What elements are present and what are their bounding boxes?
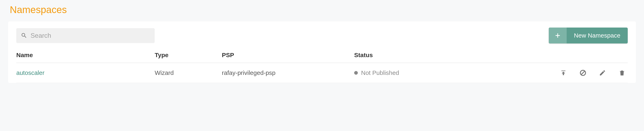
- status-badge: Not Published: [354, 69, 517, 76]
- header-psp: PSP: [222, 52, 354, 59]
- search-input[interactable]: [30, 32, 150, 39]
- header-type: Type: [155, 52, 222, 59]
- new-namespace-button[interactable]: New Namespace: [549, 28, 628, 44]
- status-dot-icon: [354, 71, 358, 75]
- new-namespace-label: New Namespace: [567, 28, 628, 44]
- toolbar: New Namespace: [16, 28, 628, 44]
- page-title: Namespaces: [8, 4, 636, 15]
- table-row: autoscaler Wizard rafay-privileged-psp N…: [16, 63, 628, 83]
- publish-icon[interactable]: [560, 69, 567, 76]
- header-status: Status: [354, 52, 517, 59]
- search-wrap: [16, 28, 155, 43]
- status-text: Not Published: [361, 69, 399, 76]
- header-name: Name: [16, 52, 155, 59]
- row-psp: rafay-privileged-psp: [222, 69, 354, 76]
- namespaces-card: New Namespace Name Type PSP Status autos…: [8, 22, 636, 83]
- table-header: Name Type PSP Status: [16, 52, 628, 63]
- delete-icon[interactable]: [618, 69, 626, 76]
- disable-icon[interactable]: [579, 69, 586, 76]
- row-type: Wizard: [155, 69, 222, 76]
- namespace-link[interactable]: autoscaler: [16, 69, 44, 76]
- plus-icon: [549, 28, 567, 44]
- svg-line-3: [581, 71, 585, 75]
- edit-icon[interactable]: [599, 69, 606, 76]
- search-icon: [21, 32, 27, 39]
